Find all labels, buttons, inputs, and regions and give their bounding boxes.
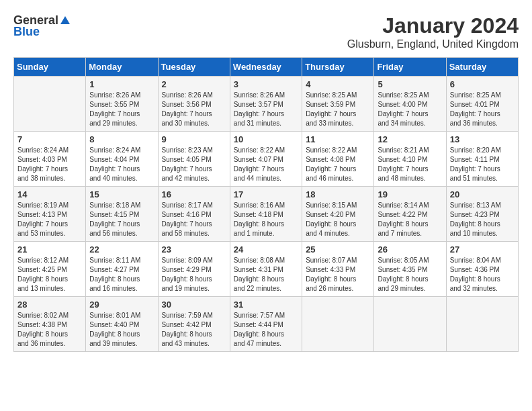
calendar-cell: 8Sunrise: 8:24 AM Sunset: 4:04 PM Daylig… xyxy=(86,132,158,187)
day-info: Sunrise: 8:22 AM Sunset: 4:08 PM Dayligh… xyxy=(306,146,370,183)
day-info: Sunrise: 8:05 AM Sunset: 4:35 PM Dayligh… xyxy=(378,256,442,293)
calendar-cell: 4Sunrise: 8:25 AM Sunset: 3:59 PM Daylig… xyxy=(302,77,374,132)
day-info: Sunrise: 8:26 AM Sunset: 3:55 PM Dayligh… xyxy=(89,91,154,128)
day-info: Sunrise: 8:18 AM Sunset: 4:15 PM Dayligh… xyxy=(89,201,154,238)
calendar-cell: 24Sunrise: 8:08 AM Sunset: 4:31 PM Dayli… xyxy=(230,242,302,297)
day-info: Sunrise: 8:07 AM Sunset: 4:33 PM Dayligh… xyxy=(306,256,370,293)
day-info: Sunrise: 8:24 AM Sunset: 4:04 PM Dayligh… xyxy=(89,146,154,183)
calendar-cell xyxy=(374,297,446,352)
calendar-cell: 30Sunrise: 7:59 AM Sunset: 4:42 PM Dayli… xyxy=(158,297,230,352)
calendar-cell: 2Sunrise: 8:26 AM Sunset: 3:56 PM Daylig… xyxy=(158,77,230,132)
day-number: 18 xyxy=(306,189,370,199)
day-number: 16 xyxy=(162,189,226,199)
day-number: 1 xyxy=(89,79,154,89)
day-number: 27 xyxy=(450,244,515,255)
calendar-cell xyxy=(14,77,86,132)
day-info: Sunrise: 8:14 AM Sunset: 4:22 PM Dayligh… xyxy=(378,201,442,238)
calendar-cell xyxy=(446,297,518,352)
day-info: Sunrise: 8:19 AM Sunset: 4:13 PM Dayligh… xyxy=(17,201,82,238)
calendar-cell: 15Sunrise: 8:18 AM Sunset: 4:15 PM Dayli… xyxy=(86,187,158,242)
calendar-cell: 25Sunrise: 8:07 AM Sunset: 4:33 PM Dayli… xyxy=(302,242,374,297)
title-area: January 2024 Glusburn, England, United K… xyxy=(347,13,519,50)
day-number: 11 xyxy=(306,134,370,144)
day-info: Sunrise: 8:20 AM Sunset: 4:11 PM Dayligh… xyxy=(450,146,515,183)
week-row-4: 21Sunrise: 8:12 AM Sunset: 4:25 PM Dayli… xyxy=(14,242,519,297)
calendar-cell: 14Sunrise: 8:19 AM Sunset: 4:13 PM Dayli… xyxy=(14,187,86,242)
calendar-cell: 3Sunrise: 8:26 AM Sunset: 3:57 PM Daylig… xyxy=(230,77,302,132)
day-info: Sunrise: 7:57 AM Sunset: 4:44 PM Dayligh… xyxy=(234,311,298,349)
logo-icon xyxy=(59,15,71,27)
calendar-cell: 19Sunrise: 8:14 AM Sunset: 4:22 PM Dayli… xyxy=(374,187,446,242)
week-row-3: 14Sunrise: 8:19 AM Sunset: 4:13 PM Dayli… xyxy=(14,187,519,242)
calendar-cell: 12Sunrise: 8:21 AM Sunset: 4:10 PM Dayli… xyxy=(374,132,446,187)
day-number: 9 xyxy=(162,134,226,144)
day-number: 21 xyxy=(17,244,82,255)
day-number: 17 xyxy=(234,189,298,199)
calendar-cell xyxy=(302,297,374,352)
day-number: 30 xyxy=(162,300,226,310)
day-info: Sunrise: 8:04 AM Sunset: 4:36 PM Dayligh… xyxy=(450,256,515,293)
page-header: General Blue January 2024 Glusburn, Engl… xyxy=(13,13,519,50)
day-info: Sunrise: 8:11 AM Sunset: 4:27 PM Dayligh… xyxy=(89,256,154,293)
logo: General Blue xyxy=(13,13,72,39)
day-number: 23 xyxy=(162,244,226,255)
logo-blue-text: Blue xyxy=(13,25,40,39)
day-number: 31 xyxy=(234,300,298,310)
day-number: 12 xyxy=(378,134,442,144)
day-info: Sunrise: 8:15 AM Sunset: 4:20 PM Dayligh… xyxy=(306,201,370,238)
day-info: Sunrise: 8:21 AM Sunset: 4:10 PM Dayligh… xyxy=(378,146,442,183)
page-title: January 2024 xyxy=(347,13,519,38)
day-number: 10 xyxy=(234,134,298,144)
header-thursday: Thursday xyxy=(302,58,374,77)
day-info: Sunrise: 8:23 AM Sunset: 4:05 PM Dayligh… xyxy=(162,146,226,183)
day-number: 8 xyxy=(89,134,154,144)
header-tuesday: Tuesday xyxy=(158,58,230,77)
header-friday: Friday xyxy=(374,58,446,77)
day-info: Sunrise: 8:25 AM Sunset: 4:01 PM Dayligh… xyxy=(450,91,515,128)
day-number: 15 xyxy=(89,189,154,199)
day-info: Sunrise: 8:02 AM Sunset: 4:38 PM Dayligh… xyxy=(17,311,82,349)
calendar-cell: 28Sunrise: 8:02 AM Sunset: 4:38 PM Dayli… xyxy=(14,297,86,352)
day-info: Sunrise: 8:25 AM Sunset: 4:00 PM Dayligh… xyxy=(378,91,442,128)
calendar-cell: 27Sunrise: 8:04 AM Sunset: 4:36 PM Dayli… xyxy=(446,242,518,297)
week-row-1: 1Sunrise: 8:26 AM Sunset: 3:55 PM Daylig… xyxy=(14,77,519,132)
day-number: 3 xyxy=(234,79,298,89)
day-number: 22 xyxy=(89,244,154,255)
calendar-header-row: SundayMondayTuesdayWednesdayThursdayFrid… xyxy=(14,58,519,77)
day-number: 6 xyxy=(450,79,515,89)
day-info: Sunrise: 8:26 AM Sunset: 3:56 PM Dayligh… xyxy=(162,91,226,128)
day-info: Sunrise: 8:16 AM Sunset: 4:18 PM Dayligh… xyxy=(234,201,298,238)
header-sunday: Sunday xyxy=(14,58,86,77)
day-info: Sunrise: 8:17 AM Sunset: 4:16 PM Dayligh… xyxy=(162,201,226,238)
day-info: Sunrise: 7:59 AM Sunset: 4:42 PM Dayligh… xyxy=(162,311,226,349)
day-number: 2 xyxy=(162,79,226,89)
day-info: Sunrise: 8:26 AM Sunset: 3:57 PM Dayligh… xyxy=(234,91,298,128)
calendar-cell: 16Sunrise: 8:17 AM Sunset: 4:16 PM Dayli… xyxy=(158,187,230,242)
calendar-cell: 23Sunrise: 8:09 AM Sunset: 4:29 PM Dayli… xyxy=(158,242,230,297)
day-info: Sunrise: 8:24 AM Sunset: 4:03 PM Dayligh… xyxy=(17,146,82,183)
day-info: Sunrise: 8:08 AM Sunset: 4:31 PM Dayligh… xyxy=(234,256,298,293)
calendar-cell: 29Sunrise: 8:01 AM Sunset: 4:40 PM Dayli… xyxy=(86,297,158,352)
day-info: Sunrise: 8:12 AM Sunset: 4:25 PM Dayligh… xyxy=(17,256,82,293)
day-number: 13 xyxy=(450,134,515,144)
day-info: Sunrise: 8:09 AM Sunset: 4:29 PM Dayligh… xyxy=(162,256,226,293)
day-info: Sunrise: 8:22 AM Sunset: 4:07 PM Dayligh… xyxy=(234,146,298,183)
week-row-5: 28Sunrise: 8:02 AM Sunset: 4:38 PM Dayli… xyxy=(14,297,519,352)
header-saturday: Saturday xyxy=(446,58,518,77)
day-number: 26 xyxy=(378,244,442,255)
calendar-cell: 1Sunrise: 8:26 AM Sunset: 3:55 PM Daylig… xyxy=(86,77,158,132)
day-number: 25 xyxy=(306,244,370,255)
calendar-cell: 22Sunrise: 8:11 AM Sunset: 4:27 PM Dayli… xyxy=(86,242,158,297)
calendar-cell: 11Sunrise: 8:22 AM Sunset: 4:08 PM Dayli… xyxy=(302,132,374,187)
calendar-cell: 26Sunrise: 8:05 AM Sunset: 4:35 PM Dayli… xyxy=(374,242,446,297)
day-number: 19 xyxy=(378,189,442,199)
day-number: 4 xyxy=(306,79,370,89)
calendar-cell: 10Sunrise: 8:22 AM Sunset: 4:07 PM Dayli… xyxy=(230,132,302,187)
calendar-cell: 13Sunrise: 8:20 AM Sunset: 4:11 PM Dayli… xyxy=(446,132,518,187)
week-row-2: 7Sunrise: 8:24 AM Sunset: 4:03 PM Daylig… xyxy=(14,132,519,187)
day-number: 29 xyxy=(89,300,154,310)
day-info: Sunrise: 8:01 AM Sunset: 4:40 PM Dayligh… xyxy=(89,311,154,349)
calendar-cell: 31Sunrise: 7:57 AM Sunset: 4:44 PM Dayli… xyxy=(230,297,302,352)
calendar-cell: 21Sunrise: 8:12 AM Sunset: 4:25 PM Dayli… xyxy=(14,242,86,297)
day-info: Sunrise: 8:13 AM Sunset: 4:23 PM Dayligh… xyxy=(450,201,515,238)
